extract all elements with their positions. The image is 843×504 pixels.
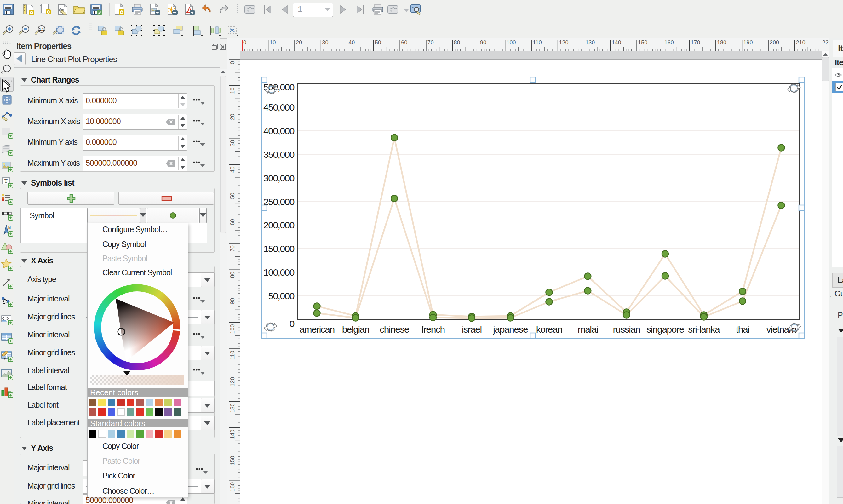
svg-text:250,000: 250,000 [263, 197, 294, 207]
svg-text:40: 40 [348, 39, 355, 46]
svg-text:60: 60 [229, 219, 236, 225]
svg-text:0: 0 [243, 39, 246, 46]
svg-text:70: 70 [428, 39, 434, 46]
svg-text:30: 30 [229, 140, 236, 146]
svg-text:160: 160 [664, 39, 674, 46]
svg-text:120: 120 [559, 39, 569, 46]
svg-text:0: 0 [229, 61, 236, 64]
svg-text:10: 10 [229, 88, 236, 94]
svg-text:1:1: 1:1 [39, 28, 44, 31]
svg-text:100: 100 [506, 39, 516, 46]
svg-text:sri-lanka: sri-lanka [688, 324, 720, 335]
svg-text:singapore: singapore [646, 324, 684, 335]
svg-text:160: 160 [229, 482, 236, 492]
svg-text:israel: israel [462, 324, 482, 335]
svg-text:170: 170 [690, 39, 700, 46]
svg-text:50: 50 [229, 193, 236, 199]
svg-text:150: 150 [229, 456, 236, 465]
svg-text:thai: thai [736, 324, 749, 335]
svg-text:80: 80 [454, 39, 460, 46]
svg-text:korean: korean [536, 324, 562, 335]
svg-text:40: 40 [229, 166, 236, 173]
svg-text:french: french [421, 324, 445, 335]
svg-text:100: 100 [229, 324, 236, 334]
svg-text:300,000: 300,000 [263, 173, 294, 183]
svg-text:150: 150 [638, 39, 647, 46]
svg-text:350,000: 350,000 [263, 149, 294, 160]
svg-text:american: american [299, 324, 334, 335]
svg-text:80: 80 [229, 272, 236, 278]
svg-text:30: 30 [322, 39, 328, 46]
svg-text:130: 130 [229, 403, 236, 413]
svg-text:malai: malai [578, 324, 598, 335]
svg-text:50: 50 [375, 39, 381, 46]
svg-text:200,000: 200,000 [263, 220, 294, 230]
svg-text:180: 180 [717, 39, 727, 46]
svg-text:90: 90 [229, 298, 236, 304]
svg-text:110: 110 [533, 39, 542, 46]
svg-text:20: 20 [229, 114, 236, 120]
svg-text:T: T [4, 178, 7, 184]
svg-text:110: 110 [229, 350, 236, 360]
svg-text:130: 130 [585, 39, 595, 46]
svg-text:100,000: 100,000 [263, 267, 294, 277]
svg-text:russian: russian [613, 324, 640, 335]
svg-text:190: 190 [743, 39, 753, 46]
svg-text:150,000: 150,000 [263, 244, 294, 254]
svg-text:50,000: 50,000 [268, 291, 294, 301]
svg-text:210: 210 [796, 39, 806, 46]
svg-text:140: 140 [612, 39, 621, 46]
svg-text:400,000: 400,000 [263, 126, 294, 136]
svg-text:120: 120 [229, 377, 236, 386]
svg-text:belgian: belgian [342, 324, 369, 335]
svg-text:60: 60 [401, 39, 407, 46]
svg-text:0: 0 [289, 319, 294, 329]
svg-text:chinese: chinese [380, 324, 409, 335]
svg-text:450,000: 450,000 [263, 102, 294, 112]
svg-text:N: N [8, 226, 11, 230]
svg-text:70: 70 [229, 246, 236, 252]
svg-text:140: 140 [229, 430, 236, 439]
svg-text:10: 10 [270, 39, 276, 46]
svg-text:200: 200 [770, 39, 779, 46]
svg-text:90: 90 [480, 39, 486, 46]
svg-text:20: 20 [296, 39, 302, 46]
svg-text:japanese: japanese [493, 324, 528, 335]
